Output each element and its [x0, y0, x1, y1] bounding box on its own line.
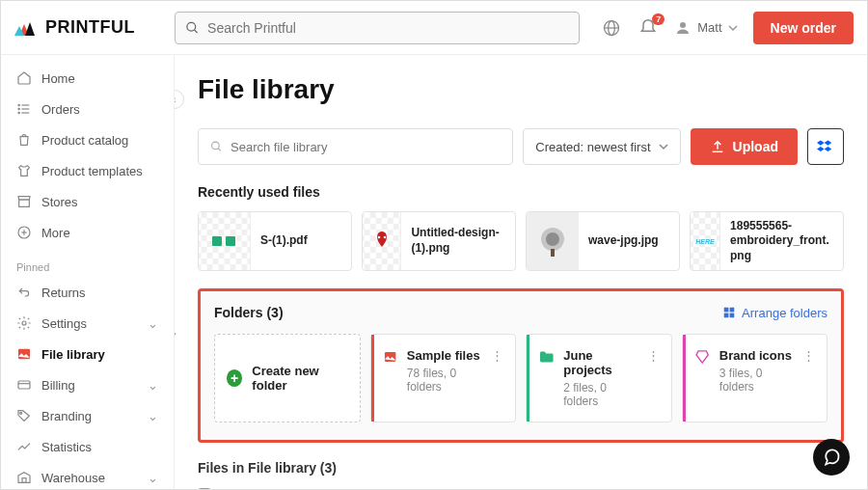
- svg-marker-1: [25, 22, 35, 36]
- recent-file[interactable]: wave-jpg.jpg: [526, 211, 680, 271]
- sidebar-item-branding[interactable]: Branding⌄: [1, 400, 174, 431]
- sidebar-item-billing[interactable]: Billing⌄: [1, 369, 174, 400]
- chevron-down-icon: ⌄: [148, 316, 158, 331]
- svg-rect-28: [212, 236, 222, 246]
- chart-icon: [16, 439, 32, 454]
- arrange-folders-link[interactable]: Arrange folders: [722, 306, 827, 320]
- user-name: Matt: [697, 20, 721, 35]
- file-thumbnail: HERE: [691, 211, 720, 271]
- file-thumbnail: [199, 211, 251, 271]
- logo-icon: [14, 18, 40, 38]
- checkbox-icon: [198, 488, 211, 490]
- sidebar-item-home[interactable]: Home: [1, 63, 174, 94]
- recent-files-title: Recently used files: [198, 184, 844, 200]
- tag-icon: [16, 408, 32, 423]
- folder-menu-button[interactable]: ⋮: [491, 348, 503, 363]
- bag-icon: [16, 132, 32, 148]
- svg-rect-29: [226, 236, 235, 246]
- create-folder-button[interactable]: + Create new folder: [214, 334, 361, 422]
- chat-icon: [822, 448, 841, 467]
- sidebar-item-warehouse[interactable]: Warehouse⌄: [1, 462, 174, 489]
- collapse-sidebar-button[interactable]: ‹: [175, 90, 184, 109]
- card-icon: [16, 377, 32, 393]
- svg-rect-20: [18, 381, 30, 389]
- svg-point-26: [212, 142, 220, 150]
- sort-select[interactable]: Created: newest first: [523, 128, 680, 165]
- svg-point-13: [18, 108, 19, 109]
- svg-rect-34: [551, 249, 555, 257]
- upload-button[interactable]: Upload: [691, 128, 798, 165]
- svg-point-12: [18, 104, 19, 105]
- chevron-down-icon: [728, 23, 738, 33]
- recent-file[interactable]: Untitled-design-(1).png: [362, 211, 516, 271]
- folders-title: Folders (3): [214, 305, 284, 320]
- chevron-down-icon: ⌄: [148, 471, 158, 485]
- search-icon: [210, 140, 223, 153]
- search-icon: [185, 20, 200, 36]
- brand-logo[interactable]: PRINTFUL: [14, 17, 175, 38]
- svg-point-30: [377, 236, 380, 239]
- svg-point-14: [18, 112, 19, 113]
- home-icon: [16, 70, 32, 86]
- chevron-down-icon: [659, 142, 668, 151]
- store-icon: [16, 194, 32, 209]
- plus-circle-icon: [16, 225, 32, 240]
- dropbox-button[interactable]: [807, 128, 844, 165]
- sidebar-item-catalog[interactable]: Product catalog: [1, 124, 174, 155]
- recent-file[interactable]: HERE189555565-embroidery_front.png: [690, 211, 844, 271]
- sidebar-item-returns[interactable]: Returns: [1, 277, 174, 308]
- image-icon: [383, 348, 397, 366]
- files-title: Files in File library (3): [198, 460, 844, 476]
- global-search-input[interactable]: [207, 20, 569, 36]
- user-icon: [674, 19, 692, 37]
- file-thumbnail: [527, 211, 579, 271]
- chevron-down-icon: ⌄: [148, 409, 158, 423]
- grid-icon: [722, 306, 736, 319]
- sidebar-item-templates[interactable]: Product templates: [1, 155, 174, 186]
- recent-file[interactable]: S-(1).pdf: [198, 211, 352, 271]
- notifications-button[interactable]: 7: [637, 17, 659, 39]
- svg-point-18: [22, 321, 26, 325]
- folder-card[interactable]: Brand icons3 files, 0 folders ⋮: [682, 334, 828, 422]
- diamond-icon: [694, 348, 710, 366]
- folder-card[interactable]: Sample files78 files, 0 folders ⋮: [370, 334, 517, 422]
- folder-card[interactable]: June projects2 files, 0 folders ⋮: [526, 334, 672, 422]
- sidebar-item-statistics[interactable]: Statistics: [1, 431, 174, 462]
- upload-icon: [710, 139, 725, 154]
- pinned-label: Pinned: [1, 248, 174, 277]
- brand-name: PRINTFUL: [45, 17, 135, 38]
- sidebar-item-more[interactable]: More: [1, 217, 174, 248]
- library-search-input[interactable]: [231, 140, 501, 154]
- sidebar-item-stores[interactable]: Stores: [1, 186, 174, 217]
- svg-rect-37: [724, 313, 729, 318]
- notification-badge: 7: [652, 14, 665, 25]
- svg-rect-23: [22, 478, 26, 483]
- sidebar-item-orders[interactable]: Orders: [1, 94, 174, 124]
- svg-point-31: [383, 236, 386, 239]
- warehouse-icon: [16, 470, 32, 485]
- folder-icon: [538, 348, 554, 366]
- image-icon: [16, 346, 32, 362]
- select-all-checkbox[interactable]: Select all: [198, 487, 844, 489]
- return-icon: [16, 285, 32, 300]
- library-search[interactable]: [198, 128, 513, 165]
- new-order-button[interactable]: New order: [753, 12, 854, 44]
- globe-icon[interactable]: [601, 17, 622, 39]
- sidebar-item-file-library[interactable]: File library: [1, 339, 174, 369]
- user-menu[interactable]: Matt: [674, 19, 737, 37]
- shirt-icon: [16, 163, 32, 178]
- svg-rect-36: [730, 308, 735, 313]
- svg-line-4: [194, 29, 197, 32]
- svg-point-22: [20, 412, 22, 414]
- svg-point-33: [546, 232, 559, 246]
- sidebar: Home Orders Product catalog Product temp…: [1, 55, 175, 489]
- dropbox-icon: [817, 138, 834, 155]
- sidebar-item-settings[interactable]: Settings⌄: [1, 308, 174, 339]
- global-search[interactable]: [175, 12, 580, 44]
- folder-menu-button[interactable]: ⋮: [647, 348, 660, 363]
- folder-menu-button[interactable]: ⋮: [802, 348, 815, 363]
- chevron-down-icon: ⌄: [148, 378, 158, 393]
- svg-rect-35: [724, 308, 729, 313]
- svg-point-3: [187, 22, 196, 31]
- chat-button[interactable]: [813, 439, 850, 476]
